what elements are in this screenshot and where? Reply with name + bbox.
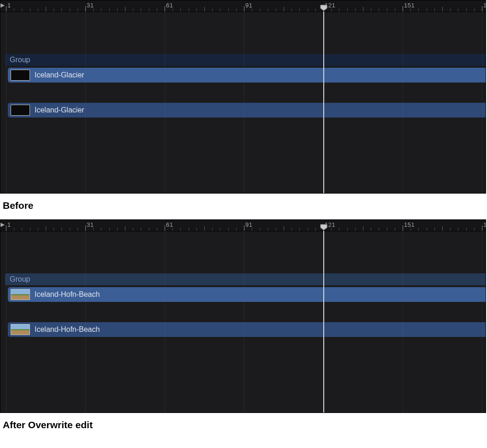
ruler-tick [133, 228, 133, 231]
ruler-tick [117, 8, 118, 12]
playhead-handle-icon[interactable] [320, 224, 327, 230]
ruler-tick [53, 228, 54, 231]
ruler-tick [355, 8, 356, 12]
ruler-tick [371, 228, 371, 231]
ruler-tick [291, 228, 292, 231]
vertical-guide [482, 231, 482, 413]
vertical-guide [6, 231, 6, 413]
ruler-tick [220, 228, 220, 231]
timeline-after[interactable]: ▶1316191121151181 Group Iceland-Hofn-Bea… [0, 219, 486, 413]
vertical-guide [244, 12, 244, 193]
timeline-ruler[interactable]: ▶1316191121151181 [0, 220, 486, 231]
ruler-label: 151 [404, 221, 415, 228]
group-header[interactable]: Group [5, 273, 486, 285]
ruler-tick [77, 228, 78, 231]
ruler-tick [125, 7, 125, 12]
ruler-tick [458, 228, 458, 231]
playhead-handle-icon[interactable] [320, 5, 327, 11]
ruler-tick [395, 228, 395, 231]
ruler-tick [70, 8, 70, 12]
ruler-tick [61, 8, 62, 12]
ruler-label: 151 [404, 2, 415, 9]
ruler-tick [172, 228, 173, 231]
playhead-line[interactable] [323, 231, 324, 413]
group-header[interactable]: Group [5, 54, 486, 66]
ruler-tick [284, 226, 284, 231]
ruler-tick [22, 8, 22, 12]
ruler-tick [244, 6, 244, 12]
ruler-tick [93, 228, 94, 231]
ruler-tick [149, 8, 149, 12]
clip-bar[interactable]: Iceland-Hofn-Beach [8, 287, 486, 302]
ruler-tick [442, 226, 443, 231]
clip-label: Iceland-Hofn-Beach [35, 325, 100, 334]
timeline-ruler[interactable]: ▶1316191121151181 [0, 0, 486, 12]
vertical-guide [165, 12, 165, 193]
ruler-tick [196, 8, 197, 12]
ruler-tick [141, 8, 141, 12]
ruler-tick [315, 228, 316, 231]
ruler-tick [236, 8, 237, 12]
ruler-label: 181 [483, 221, 486, 228]
clip-label: Iceland-Glacier [35, 106, 84, 114]
ruler-tick [363, 7, 363, 12]
ruler-tick [450, 228, 451, 231]
ruler-tick [165, 225, 165, 231]
group-label: Group [10, 275, 30, 283]
ruler-label: 61 [166, 221, 173, 228]
vertical-guide [85, 12, 86, 193]
clip-bar[interactable]: Iceland-Glacier [8, 103, 486, 118]
ruler-tick [276, 8, 276, 12]
caption-text: After Overwrite edit [3, 419, 93, 430]
caption-before: Before [0, 194, 487, 219]
ruler-tick [189, 8, 189, 12]
playhead-line[interactable] [323, 12, 324, 193]
ruler-tick [236, 228, 237, 231]
ruler-tick [410, 228, 411, 231]
ruler-tick [276, 228, 276, 231]
ruler-tick [363, 226, 363, 231]
ruler-tick [85, 6, 86, 12]
clip-bar[interactable]: Iceland-Hofn-Beach [8, 322, 486, 337]
ruler-tick [299, 8, 300, 12]
caption-text: Before [3, 200, 34, 211]
ruler-tick [125, 226, 125, 231]
start-marker-icon: ▶ [0, 2, 5, 8]
ruler-label: 91 [245, 221, 252, 228]
ruler-tick [117, 228, 118, 231]
ruler-label: 31 [87, 221, 94, 228]
vertical-guide [482, 12, 482, 193]
ruler-label: 91 [245, 2, 252, 9]
ruler-tick [38, 228, 38, 231]
ruler-label: 61 [166, 2, 173, 9]
ruler-tick [172, 8, 173, 12]
ruler-tick [418, 228, 419, 231]
ruler-tick [482, 6, 482, 12]
ruler-tick [371, 8, 371, 12]
ruler-tick [427, 228, 427, 231]
ruler-tick [331, 8, 332, 12]
ruler-tick [252, 228, 252, 231]
ruler-tick [165, 6, 165, 12]
ruler-tick [434, 228, 435, 231]
ruler-tick [387, 8, 387, 12]
start-marker-icon: ▶ [0, 222, 5, 227]
ruler-tick [308, 8, 308, 12]
ruler-tick [14, 228, 14, 231]
ruler-tick [77, 8, 78, 12]
ruler-tick [212, 8, 213, 12]
ruler-tick [141, 228, 141, 231]
ruler-tick [315, 8, 316, 12]
ruler-label: 1 [7, 221, 11, 228]
ruler-tick [418, 8, 419, 12]
clip-bar[interactable]: Iceland-Glacier [8, 68, 486, 83]
ruler-tick [308, 228, 308, 231]
ruler-tick [244, 225, 244, 231]
ruler-tick [228, 8, 229, 12]
thumbnail-icon [11, 289, 30, 300]
group-label: Group [10, 56, 30, 64]
timeline-before[interactable]: ▶1316191121151181 Group Iceland-Glacier … [0, 0, 486, 194]
ruler-tick [220, 8, 220, 12]
ruler-tick [260, 228, 260, 231]
ruler-tick [458, 8, 458, 12]
